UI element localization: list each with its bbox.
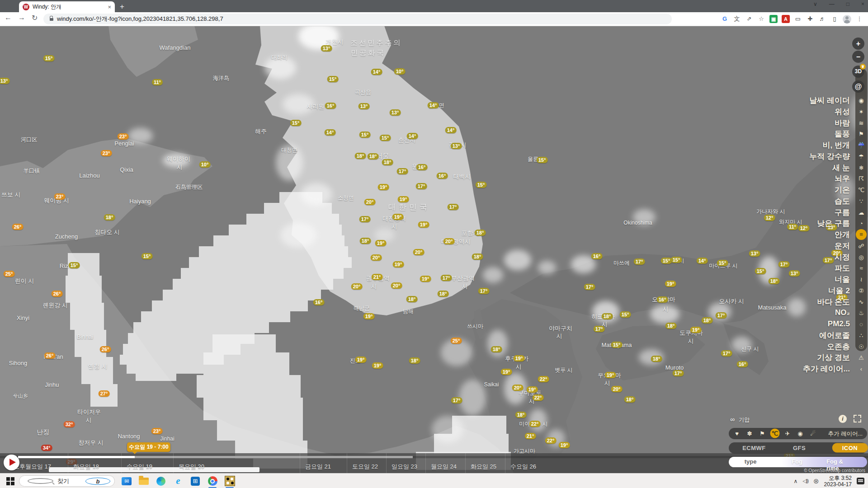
temperature-badge[interactable]: 15° <box>611 342 623 348</box>
temperature-badge[interactable]: 18° <box>602 313 613 319</box>
layer-item-label[interactable]: 날씨 레이더 <box>809 95 850 106</box>
layer-item-label[interactable]: 너울 <box>835 274 850 285</box>
layer-item-label[interactable]: 에어로졸 <box>819 330 850 341</box>
temperature-badge[interactable]: 20° <box>413 249 425 255</box>
forward-icon[interactable]: → <box>18 14 25 22</box>
temperature-badge[interactable]: 17° <box>448 204 459 210</box>
temperature-badge[interactable]: 16° <box>657 296 668 303</box>
layer-item-label[interactable]: 추가 레이어... <box>803 364 850 374</box>
temperature-badge[interactable]: 10° <box>394 68 406 75</box>
timeline-day[interactable]: 화요일 18 <box>73 463 99 471</box>
minimize-icon[interactable]: — <box>829 1 835 7</box>
temperature-badge[interactable]: 19° <box>605 372 616 378</box>
temperature-badge[interactable]: 17° <box>416 183 427 189</box>
timeline-day[interactable]: 월요일 17 <box>25 463 51 471</box>
weather-map[interactable]: 개천시조선민주주의민공화국대화리海洋岛Wafangdian곡산읍사리원해주현내면… <box>0 26 868 473</box>
taskbar-search-input[interactable]: 찾기 b <box>19 475 115 487</box>
temperature-badge[interactable]: 20° <box>443 238 455 244</box>
reload-icon[interactable]: ↻ <box>32 14 38 22</box>
temperature-badge[interactable]: 15° <box>620 311 631 318</box>
layer-icon[interactable]: ∿ <box>859 299 864 305</box>
bookmark-star-icon[interactable]: ☆ <box>757 15 765 23</box>
tv-cast-icon[interactable]: ▭ <box>794 15 802 23</box>
temperature-badge[interactable]: 17° <box>716 312 727 319</box>
extension-green-icon[interactable]: ▣ <box>769 15 778 23</box>
temperature-badge[interactable]: 25° <box>451 338 462 344</box>
temperature-badge[interactable]: 20° <box>391 282 402 289</box>
temperature-badge[interactable]: 23° <box>151 428 163 434</box>
temperature-badge[interactable]: 18° <box>409 357 420 364</box>
model-icon[interactable]: ICON <box>832 443 868 453</box>
temperature-badge[interactable]: 18° <box>515 412 527 418</box>
temperature-badge[interactable]: 17° <box>478 288 490 294</box>
layer-item-label[interactable]: 위성 <box>835 107 850 117</box>
layer-icon[interactable]: ☍ <box>858 243 864 249</box>
model-gfs[interactable]: GFS <box>793 445 806 451</box>
layer-item-label[interactable]: 파도 <box>835 263 850 273</box>
menu-dots-icon[interactable]: ⋮ <box>855 15 863 23</box>
go-game-icon[interactable] <box>224 475 235 487</box>
temperature-badge[interactable]: 17° <box>823 257 834 263</box>
layer-item-label[interactable]: NO₂ <box>835 308 850 317</box>
temperature-badge[interactable]: 15° <box>43 55 55 61</box>
temperature-badge[interactable]: 17° <box>778 261 790 267</box>
camera-icon[interactable]: ◉ <box>797 430 802 437</box>
layer-icon[interactable]: ◌ <box>859 321 863 328</box>
layer-icon[interactable]: ☂ <box>859 153 864 160</box>
layer-icon[interactable]: ♨ <box>859 310 864 316</box>
timeline-day[interactable]: 수요일 19 <box>127 463 152 471</box>
temperature-badge[interactable]: 16° <box>591 253 603 259</box>
maximize-icon[interactable]: □ <box>846 1 849 7</box>
temperature-badge[interactable]: 34° <box>41 445 52 451</box>
temperature-badge[interactable]: 14° <box>325 129 336 136</box>
layer-icon[interactable]: ∴ <box>859 332 863 339</box>
temperature-badge[interactable]: 21° <box>525 433 536 439</box>
temperature-badge[interactable]: 26° <box>100 346 111 352</box>
layer-item-label[interactable]: 누적 강수량 <box>809 151 850 162</box>
temperature-badge[interactable]: 22° <box>538 376 549 382</box>
fullscreen-icon[interactable] <box>854 415 861 422</box>
file-explorer-icon[interactable] <box>138 475 149 487</box>
temperature-badge[interactable]: 18° <box>624 396 636 403</box>
layer-item-label[interactable]: 기온 <box>835 185 850 195</box>
layer-icon[interactable]: ℃ <box>858 187 865 193</box>
layer-icon[interactable]: ② <box>859 287 864 294</box>
temperature-badge[interactable]: 19° <box>527 386 538 393</box>
temperature-badge[interactable]: 15° <box>290 120 302 126</box>
temperature-badge[interactable]: 19° <box>690 327 702 333</box>
temperature-badge[interactable]: 16° <box>437 173 448 179</box>
temperature-badge[interactable]: 15° <box>476 182 487 188</box>
zoom-out-button[interactable]: − <box>852 51 864 63</box>
temperature-badge[interactable]: 15° <box>671 257 682 263</box>
layer-icon[interactable]: ☈ <box>859 175 864 182</box>
mail-icon[interactable]: ✉ <box>121 475 132 487</box>
google-icon[interactable]: G <box>721 15 729 23</box>
temperature-badge[interactable]: 26° <box>12 224 24 230</box>
radar-dish-icon[interactable]: ☄ <box>810 430 816 437</box>
layer-icon[interactable]: ∵ <box>859 198 863 205</box>
layer-icon[interactable]: ≈ <box>859 265 863 272</box>
hurricane-tracker-button[interactable]: @ <box>852 80 864 93</box>
flag-icon[interactable]: ⚑ <box>760 430 765 437</box>
temperature-badge[interactable]: 20° <box>611 386 623 392</box>
layer-icon[interactable]: ◉ <box>859 97 863 104</box>
temperature-badge[interactable]: 16° <box>325 103 336 109</box>
layer-icon[interactable]: ✶ <box>859 108 864 115</box>
temperature-badge[interactable]: 18° <box>355 153 366 159</box>
temperature-badge[interactable]: 18° <box>491 346 502 352</box>
temperature-badge[interactable]: 14° <box>407 133 418 139</box>
temperature-badge[interactable]: 14° <box>371 69 382 75</box>
temperature-badge[interactable]: 15° <box>359 131 371 138</box>
zoom-in-button[interactable]: + <box>852 38 864 50</box>
layer-icon[interactable]: ≋ <box>859 120 864 127</box>
temperature-badge[interactable]: 12° <box>764 215 775 221</box>
layer-item-label[interactable]: 비, 번개 <box>823 140 850 150</box>
timeline-day[interactable]: 목요일 20 <box>179 463 204 471</box>
chrome-icon[interactable] <box>207 475 218 487</box>
temperature-badge[interactable]: 17° <box>451 397 462 404</box>
extensions-puzzle-icon[interactable]: ✚ <box>806 15 814 23</box>
temperature-badge[interactable]: 17° <box>634 258 645 265</box>
speaker-icon[interactable]: ◁)) <box>802 478 808 484</box>
temperature-badge[interactable]: 19° <box>378 184 389 190</box>
layer-item-label[interactable]: 뇌우 <box>835 174 850 184</box>
